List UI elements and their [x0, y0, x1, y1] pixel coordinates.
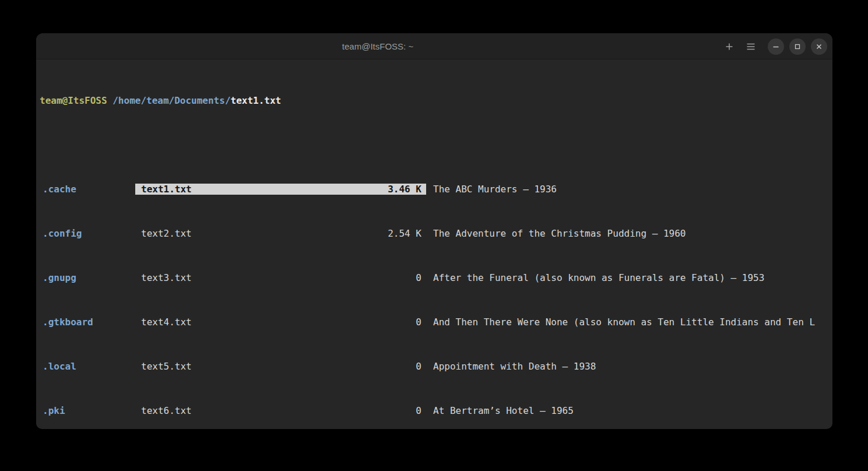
file-list-item[interactable]: text3.txt0	[135, 272, 426, 283]
directory-list-item[interactable]: .cache	[38, 184, 129, 195]
file-name: text6.txt	[141, 405, 192, 416]
columns: .cache .config .gnupg .gtkboard .local .…	[38, 139, 830, 429]
window-controls	[721, 33, 827, 59]
directory-list-item[interactable]: .gnupg	[38, 272, 129, 283]
menu-button[interactable]	[743, 38, 759, 55]
preview-line: At Bertram’s Hotel – 1965	[433, 405, 830, 416]
file-name: text2.txt	[141, 228, 192, 239]
file-list-column: text1.txt3.46 K text2.txt2.54 K text3.tx…	[135, 139, 426, 429]
file-list-item[interactable]: text6.txt0	[135, 405, 426, 416]
file-list-item[interactable]: text2.txt2.54 K	[135, 228, 426, 239]
file-size: 3.46 K	[388, 184, 421, 195]
file-list-item[interactable]: text4.txt0	[135, 317, 426, 328]
window-headerbar: team@ItsFOSS: ~	[36, 33, 832, 59]
file-size: 0	[416, 405, 421, 416]
file-name: text1.txt	[141, 184, 192, 195]
maximize-button[interactable]	[789, 38, 806, 55]
file-name: text5.txt	[141, 361, 192, 372]
current-path: /home/team/Documents/	[107, 95, 231, 106]
minimize-button[interactable]	[768, 38, 784, 55]
current-file: text1.txt	[231, 95, 282, 106]
file-list-item[interactable]: text1.txt3.46 K	[135, 184, 426, 195]
parent-directory-column: .cache .config .gnupg .gtkboard .local .…	[38, 139, 129, 429]
new-tab-button[interactable]	[721, 38, 737, 55]
preview-line: After the Funeral (also known as Funeral…	[433, 272, 830, 283]
preview-line: The Adventure of the Christmas Pudding –…	[433, 228, 830, 239]
terminal-window: team@ItsFOSS: ~	[36, 33, 832, 429]
directory-list-item[interactable]: .gtkboard	[38, 317, 129, 328]
preview-pane: The ABC Murders – 1936 The Adventure of …	[433, 139, 830, 429]
file-list-item[interactable]: text5.txt0	[135, 361, 426, 372]
preview-line: The ABC Murders – 1936	[433, 184, 830, 195]
directory-list-item[interactable]: .config	[38, 228, 129, 239]
close-button[interactable]	[811, 38, 827, 55]
file-size: 0	[416, 272, 421, 283]
preview-line: And Then There Were None (also known as …	[433, 317, 830, 328]
file-size: 0	[416, 361, 421, 372]
directory-list-item[interactable]: .pki	[38, 405, 129, 416]
breadcrumb: team@ItsFOSS /home/team/Documents/text1.…	[38, 95, 830, 106]
file-name: text4.txt	[141, 317, 192, 328]
close-icon	[815, 43, 823, 51]
preview-line: Appointment with Death – 1938	[433, 361, 830, 372]
plus-icon	[725, 42, 734, 51]
hamburger-icon	[746, 43, 755, 51]
minimize-icon	[772, 43, 780, 51]
file-size: 2.54 K	[388, 228, 421, 239]
window-title: team@ItsFOSS: ~	[342, 33, 413, 59]
user-host: team@ItsFOSS	[40, 95, 107, 106]
ranger-file-manager: team@ItsFOSS /home/team/Documents/text1.…	[36, 60, 832, 429]
maximize-icon	[793, 43, 802, 51]
file-size: 0	[416, 317, 421, 328]
file-name: text3.txt	[141, 272, 192, 283]
directory-list-item[interactable]: .local	[38, 361, 129, 372]
